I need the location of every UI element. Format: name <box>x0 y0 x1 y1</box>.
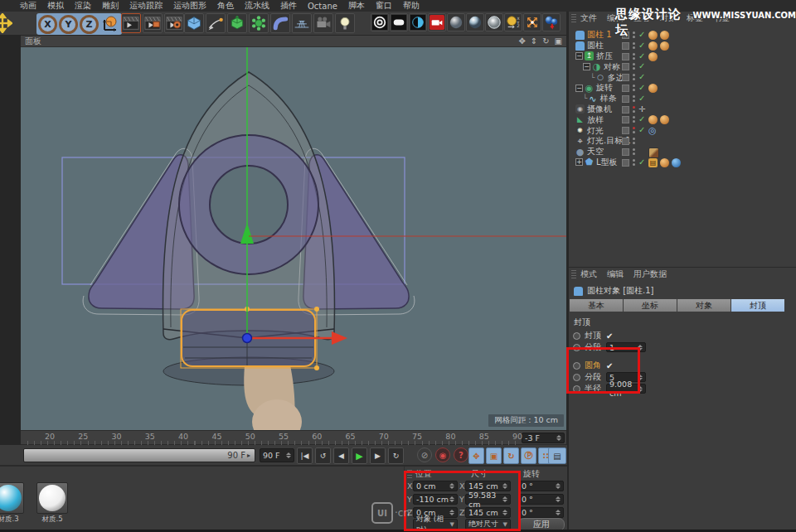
tab-对象[interactable]: 对象 <box>677 299 730 312</box>
keyframe-dot-icon[interactable] <box>573 332 580 340</box>
film-tag[interactable]: ▤ <box>648 158 658 167</box>
layer-color-swatch[interactable] <box>622 95 629 103</box>
octane-objects-button[interactable] <box>542 13 561 31</box>
dolly-view-icon[interactable]: ⇕ <box>531 36 537 46</box>
camera-button[interactable] <box>313 13 333 33</box>
material-tag[interactable] <box>648 41 658 51</box>
timeline-window-button[interactable]: ▤ <box>548 447 566 464</box>
object-row-6[interactable]: └∿样条✓ <box>569 94 796 104</box>
orbit-view-icon[interactable]: ↻ <box>542 36 549 46</box>
visibility-dots[interactable] <box>633 85 635 91</box>
material-tag[interactable] <box>660 41 669 51</box>
menubar-item-4[interactable]: 运动跟踪 <box>129 0 163 12</box>
stepper-icon[interactable] <box>638 386 643 392</box>
generators-button[interactable] <box>227 13 247 33</box>
material-tag[interactable] <box>648 84 658 93</box>
rotation-field-1[interactable]: 0 ° <box>518 494 564 505</box>
loop-button[interactable]: ↺ <box>315 447 331 464</box>
menubar-item-3[interactable]: 雕刻 <box>102 0 119 12</box>
stepper-icon[interactable] <box>556 510 561 515</box>
layer-color-swatch[interactable] <box>622 159 629 167</box>
attribute-value-field[interactable]: 1 <box>606 342 646 352</box>
menubar-item-11[interactable]: 窗口 <box>376 0 392 12</box>
selection-handle[interactable] <box>314 365 319 370</box>
menubar-item-9[interactable]: Octane <box>308 2 337 11</box>
enabled-check-icon[interactable]: ✓ <box>638 72 645 81</box>
mograph-button[interactable] <box>249 13 269 33</box>
keyframe-dot-icon[interactable] <box>573 374 580 381</box>
x-axis-handle[interactable] <box>332 331 347 345</box>
enabled-check-icon[interactable]: ✓ <box>638 83 645 92</box>
enabled-check-icon[interactable]: ✓ <box>638 41 645 50</box>
material-thumb-1[interactable]: 材质.5 <box>36 482 68 525</box>
enabled-check-icon[interactable]: ✓ <box>638 51 645 60</box>
size-z-field[interactable]: 145 cm <box>465 507 511 518</box>
enabled-check-icon[interactable]: ✓ <box>638 94 645 103</box>
visibility-dots[interactable] <box>633 138 635 144</box>
selection-handle[interactable] <box>314 307 319 312</box>
enabled-check-icon[interactable]: ✓ <box>638 61 645 70</box>
visibility-dots[interactable] <box>633 42 635 49</box>
am-menu-item-2[interactable]: 用户数据 <box>633 268 667 280</box>
stepper-icon[interactable] <box>449 510 454 515</box>
prev-frame-button[interactable]: ◀ <box>333 447 349 464</box>
keyframe-help-button[interactable]: ? <box>454 447 468 462</box>
target-tag[interactable]: ◎ <box>648 126 657 135</box>
visibility-dots[interactable] <box>633 95 635 102</box>
checkbox-checked-icon[interactable]: ✔ <box>606 361 613 370</box>
environment-floor-button[interactable] <box>292 13 312 33</box>
octane-camera-button[interactable] <box>428 13 446 31</box>
frame-offset-field[interactable]: -3 F <box>522 433 565 443</box>
panel-grip-icon[interactable] <box>571 13 576 22</box>
keyframe-dot-icon[interactable] <box>573 362 580 370</box>
record-button[interactable]: ⊘ <box>417 447 432 462</box>
camera-toggle-icon[interactable]: ✛ <box>638 104 645 114</box>
position-y-field[interactable]: -110 cm <box>413 494 458 505</box>
layer-color-swatch[interactable] <box>622 148 629 156</box>
primitive-cube-button[interactable] <box>184 13 204 33</box>
panel-grip-icon[interactable] <box>407 469 412 478</box>
lock-z-button[interactable]: Z <box>80 15 99 34</box>
octane-viewer-button[interactable] <box>390 13 408 31</box>
octane-material-shiny-button[interactable] <box>466 13 484 31</box>
menubar-item-2[interactable]: 渲染 <box>75 0 91 12</box>
layer-color-swatch[interactable] <box>622 53 629 60</box>
enabled-check-icon[interactable]: ✓ <box>638 114 645 123</box>
render-settings-button[interactable] <box>164 13 184 33</box>
viewport-3d[interactable]: 网格间距 : 10 cm <box>21 47 566 430</box>
stepper-icon[interactable] <box>449 483 454 489</box>
stepper-icon[interactable] <box>502 510 507 515</box>
size-mode-select[interactable]: 绝对尺寸▼ <box>465 519 511 530</box>
expand-icon[interactable]: + <box>575 158 583 166</box>
menubar-item-7[interactable]: 流水线 <box>245 0 269 12</box>
light-button[interactable] <box>335 13 355 33</box>
attribute-value-field[interactable]: 9.008 cm <box>606 384 646 394</box>
lock-x-button[interactable]: X <box>38 15 57 34</box>
parameter-key-toggle[interactable]: Ⓟ <box>521 447 536 464</box>
visibility-dots[interactable] <box>633 63 635 70</box>
tab-坐标[interactable]: 坐标 <box>624 299 677 312</box>
menubar-item-1[interactable]: 模拟 <box>47 0 64 12</box>
visibility-dots[interactable] <box>633 116 635 123</box>
rotation-field-0[interactable]: 0 ° <box>518 481 564 491</box>
stepper-icon[interactable] <box>556 483 561 489</box>
menubar-item-0[interactable]: 动画 <box>20 0 36 12</box>
octane-halfmoon-button[interactable] <box>409 13 427 31</box>
layer-color-swatch[interactable] <box>622 42 629 50</box>
stepper-icon[interactable] <box>502 483 507 489</box>
menubar-item-6[interactable]: 角色 <box>217 0 234 12</box>
viewport-panel-label[interactable]: 面板 <box>25 36 41 47</box>
object-row-11[interactable]: ●天空 <box>569 147 796 157</box>
collapse-icon[interactable]: − <box>583 63 590 70</box>
size-y-field[interactable]: 59.583 cm <box>465 494 511 505</box>
object-row-1[interactable]: 圆柱✓ <box>569 41 796 51</box>
layer-color-swatch[interactable] <box>622 74 629 81</box>
visibility-dots[interactable] <box>633 74 635 80</box>
layer-color-swatch[interactable] <box>622 106 629 114</box>
stepper-icon[interactable] <box>556 435 561 441</box>
octane-xyz-ball-button[interactable]: XYZ <box>504 13 522 31</box>
am-menu-item-0[interactable]: 模式 <box>580 268 597 280</box>
menubar-item-8[interactable]: 插件 <box>280 0 297 12</box>
object-row-3[interactable]: −◑对称✓ <box>569 61 796 72</box>
render-view-button[interactable] <box>121 13 141 33</box>
